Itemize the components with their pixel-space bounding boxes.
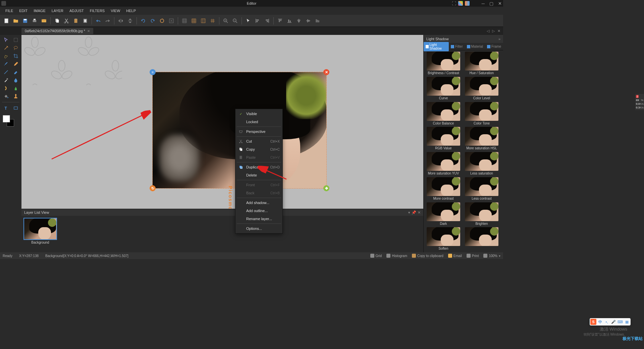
zoom-out-button[interactable]: [231, 16, 239, 25]
layer-panel-close-icon[interactable]: ✕: [418, 210, 421, 215]
stamp-tool[interactable]: [11, 93, 20, 100]
smudge-tool[interactable]: [1, 85, 10, 92]
ctx-cut[interactable]: CutCtrl+X: [235, 137, 282, 145]
menu-file[interactable]: FILE: [3, 8, 16, 14]
rotate-free-button[interactable]: [158, 16, 166, 25]
select-tool[interactable]: [1, 36, 10, 44]
eraser-tool[interactable]: [11, 68, 20, 76]
ctx-add-shadow[interactable]: Add shadow...: [235, 199, 282, 207]
tray-icon-2[interactable]: [465, 1, 470, 6]
minimize-button[interactable]: ─: [482, 1, 485, 6]
ctx-locked[interactable]: Locked: [235, 118, 282, 126]
effect-thumb[interactable]: Brightness / Contrast: [425, 52, 462, 76]
wand-tool[interactable]: [1, 44, 10, 52]
menu-edit[interactable]: EDIT: [16, 8, 30, 14]
text-tool[interactable]: T: [1, 104, 10, 112]
effect-thumb[interactable]: RGB Value: [425, 127, 462, 151]
sb-zoom[interactable]: 100%▾: [483, 254, 500, 258]
brush-tool[interactable]: [1, 60, 10, 68]
blur-tool[interactable]: [11, 77, 20, 84]
sb-print[interactable]: Print: [467, 254, 479, 258]
email-button[interactable]: [40, 16, 48, 25]
layer-item[interactable]: Background: [23, 218, 57, 244]
align-left-button[interactable]: [253, 16, 262, 25]
sb-histogram[interactable]: Histogram: [386, 254, 407, 258]
ptab-light-shadow[interactable]: Light Shadow: [424, 42, 449, 51]
open-button[interactable]: [11, 16, 20, 25]
layer-panel-pin-icon[interactable]: 📌: [412, 210, 416, 215]
crop-tool[interactable]: [11, 52, 20, 60]
document-tab[interactable]: 0af6eb24c5182e7f405855fc5fcf80b.jpg * ✕: [21, 28, 93, 34]
align-bottom-button[interactable]: [285, 16, 294, 25]
effect-thumb[interactable]: [463, 227, 500, 251]
tab-close-all-icon[interactable]: ✕: [497, 28, 501, 34]
layer-rotate-handle[interactable]: ↻: [150, 185, 156, 191]
ptab-frame[interactable]: Frame: [485, 44, 503, 49]
print-button[interactable]: [30, 16, 39, 25]
sb-grid[interactable]: Grid: [370, 254, 382, 258]
effect-thumb[interactable]: Soften: [425, 227, 462, 251]
clipboard-button[interactable]: [81, 16, 90, 25]
cut-button[interactable]: [62, 16, 71, 25]
menu-adjust[interactable]: ADJUST: [67, 8, 87, 14]
ptab-material[interactable]: Material: [465, 44, 485, 49]
effect-thumb[interactable]: Hue / Saturation: [463, 52, 500, 76]
ctx-perspective[interactable]: Perspective: [235, 128, 282, 136]
menu-help[interactable]: HELP: [123, 8, 139, 14]
flip-h-button[interactable]: [116, 16, 125, 25]
effect-thumb[interactable]: Less saturation: [463, 152, 500, 176]
copy-button[interactable]: [53, 16, 61, 25]
line-tool[interactable]: [1, 68, 10, 76]
align-top-button[interactable]: [276, 16, 284, 25]
ctx-copy[interactable]: CopyCtrl+C: [235, 145, 282, 153]
align-center-h-button[interactable]: [294, 16, 303, 25]
layer-menu-handle[interactable]: ≡: [150, 69, 156, 75]
menu-layer[interactable]: LAYER: [49, 8, 66, 14]
layer-panel-dropdown-icon[interactable]: ▾: [408, 210, 410, 215]
ptab-filter[interactable]: Filter: [449, 44, 465, 49]
marquee-tool[interactable]: [11, 36, 20, 44]
save-button[interactable]: [21, 16, 30, 25]
right-panel-collapse-icon[interactable]: »: [498, 37, 500, 41]
fill-tool[interactable]: [1, 93, 10, 100]
ctx-options[interactable]: Options...: [235, 225, 282, 233]
effect-thumb[interactable]: Dark: [425, 202, 462, 226]
zoom-in-button[interactable]: [221, 16, 230, 25]
pointer-button[interactable]: [244, 16, 253, 25]
lasso-tool[interactable]: [11, 44, 20, 52]
sb-clipboard[interactable]: Copy to clipboard: [412, 254, 443, 258]
undo-button[interactable]: [94, 16, 103, 25]
effect-thumb[interactable]: More saturation YUV: [425, 152, 462, 176]
layer-close-handle[interactable]: ✕: [323, 69, 329, 75]
close-button[interactable]: ✕: [498, 1, 502, 6]
redo-button[interactable]: [103, 16, 112, 25]
new-button[interactable]: [2, 16, 11, 25]
maximize-button[interactable]: ▢: [489, 1, 493, 6]
menu-view[interactable]: VIEW: [108, 8, 123, 14]
sb-email[interactable]: Email: [448, 254, 462, 258]
distribute-button[interactable]: [313, 16, 322, 25]
grid-button[interactable]: [180, 16, 189, 25]
eyedropper-tool[interactable]: [1, 77, 10, 84]
effect-thumb[interactable]: More saturation HSL: [463, 127, 500, 151]
align-grid-button[interactable]: [199, 16, 208, 25]
effect-thumb[interactable]: Less contrast: [463, 177, 500, 201]
align-center-v-button[interactable]: [304, 16, 313, 25]
color-swatch[interactable]: [3, 115, 14, 127]
ctx-add-outline[interactable]: Add outline...: [235, 207, 282, 215]
effect-thumb[interactable]: Color Balance: [425, 102, 462, 126]
snap-grid-button[interactable]: [208, 16, 217, 25]
effect-thumb[interactable]: Color Tone: [463, 102, 500, 126]
foreground-color[interactable]: [3, 115, 10, 122]
layer-move-handle[interactable]: ✥: [323, 185, 329, 191]
pen-tool[interactable]: [1, 52, 10, 60]
tab-prev-icon[interactable]: ◁: [486, 28, 490, 34]
ctx-rename-layer[interactable]: Rename layer...: [235, 215, 282, 223]
resize-button[interactable]: [167, 16, 176, 25]
rotate-cw-button[interactable]: [148, 16, 157, 25]
crop-grid-button[interactable]: [190, 16, 198, 25]
ctx-visible[interactable]: ✓Visible: [235, 110, 282, 118]
flip-v-button[interactable]: [126, 16, 135, 25]
align-right-button[interactable]: [263, 16, 271, 25]
tab-close-icon[interactable]: ✕: [87, 29, 90, 33]
